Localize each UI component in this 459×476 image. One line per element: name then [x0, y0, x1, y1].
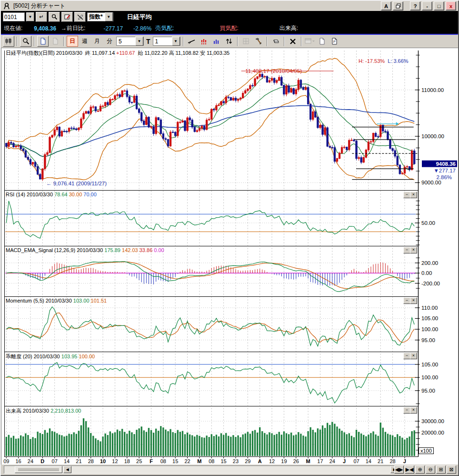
svg-text:29: 29 [245, 458, 250, 464]
indicator-settings-button[interactable] [253, 36, 264, 47]
analysis-chart-window: { "window": { "title": "[5002] 分析チャート", … [0, 0, 459, 476]
svg-text:22: 22 [184, 458, 190, 464]
up-down-arrows-icon [226, 38, 232, 45]
svg-text:105.00: 105.00 [421, 315, 438, 321]
scroll-left-button[interactable]: ◀ [63, 466, 71, 473]
minute-interval-arrow[interactable]: ▼ [135, 37, 143, 46]
period-daily-button[interactable]: 日 [67, 36, 78, 47]
zoom-tool-icon [22, 38, 30, 45]
panel-close-button[interactable]: × [410, 247, 417, 253]
search-button[interactable] [49, 12, 60, 22]
maximize-button[interactable]: □ [434, 1, 444, 10]
status-row: 現在値: 9,408.36 →前日比: -277.17 -2.86% 売気配: … [1, 23, 458, 34]
svg-text:200.00: 200.00 [421, 260, 438, 266]
enter-button[interactable]: ↵ [36, 12, 47, 22]
copy-window-button[interactable] [393, 1, 403, 10]
eraser-button[interactable] [270, 36, 281, 47]
category-dropdown-arrow[interactable]: ▼ [105, 12, 113, 21]
period-monthly-button[interactable]: 月 [91, 36, 103, 47]
indicator-header-2: MACD_EMA_Signal (12,26,9) 2010/03/30 175… [6, 247, 164, 253]
blue-histogram-button[interactable] [211, 36, 222, 47]
toolbar-separator [267, 37, 268, 46]
grid-toggle-button[interactable]: ⊞ [436, 466, 446, 474]
panel-minimize-button[interactable]: − [403, 247, 410, 253]
svg-text:15: 15 [221, 458, 227, 464]
panel-minimize-button[interactable]: − [403, 297, 410, 304]
scrollbar-track[interactable]: ◀ ▶ [4, 466, 399, 474]
svg-text:07: 07 [353, 458, 359, 464]
trendline-icon [188, 38, 196, 45]
panel-close-button[interactable]: × [410, 353, 417, 359]
zoom-in-button[interactable]: ⊕ [415, 466, 425, 474]
sort-arrows-button[interactable] [223, 36, 235, 47]
chart-nav-buttons: ◀▶ ▶◀ ⊕ ⊖ ⊞ ⊠ [394, 466, 456, 474]
svg-text:28: 28 [389, 458, 395, 464]
change-value: -277.17 [103, 25, 123, 32]
close-chart-button[interactable]: ⊠ [447, 466, 456, 474]
panel-minimize-button[interactable]: − [403, 192, 410, 198]
minute-interval-select[interactable]: 5 ▼ [116, 37, 144, 46]
panel-minimize-button[interactable]: − [403, 353, 410, 359]
zoom-tool-button[interactable] [20, 36, 31, 47]
close-button[interactable]: x [446, 1, 456, 10]
svg-text:21: 21 [378, 458, 383, 464]
paste-page-button[interactable] [50, 36, 61, 47]
svg-text:← 9,076.41 (2009/11/27): ← 9,076.41 (2009/11/27) [46, 181, 107, 186]
toolbar-separator [301, 37, 302, 46]
toolbar-separator [237, 37, 238, 46]
copy-page-button[interactable] [37, 36, 49, 47]
text-size-select[interactable]: 1 ▼ [153, 37, 180, 46]
zoom-out-button[interactable]: ⊖ [426, 466, 435, 474]
svg-text:110.00: 110.00 [421, 305, 438, 311]
delete-all-button[interactable] [287, 36, 299, 47]
help-button[interactable]: ? [410, 1, 420, 10]
svg-text:14: 14 [366, 458, 371, 464]
scrollbar-thumb[interactable] [15, 466, 62, 473]
copy-window-icon [396, 3, 401, 9]
chart-canvas[interactable]: 11,408.17 (2010/04/05)← 9,076.41 (2009/1… [1, 48, 459, 465]
svg-text:09: 09 [3, 458, 9, 464]
blue-histogram-icon [213, 38, 220, 45]
period-minute-button[interactable]: 分 [104, 36, 115, 47]
grid-settings-button[interactable] [240, 36, 252, 47]
svg-text:9000.00: 9000.00 [421, 180, 441, 185]
save-layout-button[interactable] [304, 36, 316, 47]
category-select[interactable]: 指数* ▼ [87, 12, 113, 21]
symbol-dropdown-arrow[interactable]: ▼ [26, 12, 34, 21]
compress-bars-button[interactable]: ▶◀ [405, 466, 414, 474]
panel-minimize-button[interactable]: − [403, 407, 410, 414]
svg-text:50.00: 50.00 [421, 220, 435, 226]
indicator-header-1: RSI (14) 2010/03/30 78.64 30.00 70.00 [6, 192, 97, 197]
ask-label: 売気配: [155, 24, 174, 32]
red-histogram-button[interactable] [199, 36, 210, 47]
new-page-button[interactable] [317, 36, 328, 47]
symbol-code-input[interactable] [3, 13, 24, 20]
eraser-icon [272, 38, 279, 44]
period-weekly-button[interactable]: 週 [79, 36, 90, 47]
edit-note-icon [64, 14, 70, 20]
panel-close-button[interactable]: × [410, 192, 417, 198]
candlestick-mode-button[interactable] [3, 36, 14, 47]
svg-text:95.00: 95.00 [421, 388, 435, 394]
svg-text:08: 08 [209, 458, 214, 464]
svg-text:21: 21 [76, 458, 81, 464]
svg-text:15: 15 [172, 458, 178, 464]
panel-close-button[interactable]: × [410, 407, 417, 414]
page-properties-button[interactable]: P [329, 36, 340, 47]
text-size-arrow[interactable]: ▼ [172, 37, 180, 46]
draw-tool-button[interactable] [74, 12, 86, 22]
symbol-code-field[interactable] [3, 12, 25, 21]
red-histogram-icon [200, 38, 208, 45]
trendline-tool-button[interactable] [186, 36, 198, 47]
font-button[interactable]: A [381, 1, 391, 10]
expand-bars-button[interactable]: ◀▶ [394, 466, 404, 474]
panel-close-button[interactable]: × [410, 297, 417, 304]
svg-text:24: 24 [329, 458, 335, 464]
edit-note-button[interactable] [61, 12, 73, 22]
minimize-button[interactable]: - [422, 1, 432, 10]
svg-text:12: 12 [112, 458, 118, 464]
minute-interval-value: 5 [119, 38, 122, 45]
bid-label: 買気配: [220, 24, 238, 32]
category-value: 指数* [89, 13, 103, 21]
page-icon-disabled [52, 38, 59, 45]
